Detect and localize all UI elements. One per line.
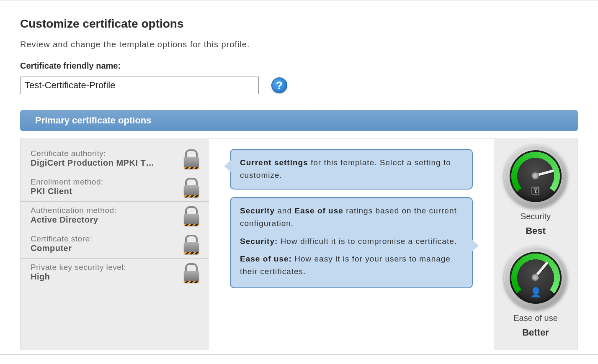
option-list: Certificate authority: DigiCert Producti… — [21, 139, 209, 350]
lock-icon — [184, 207, 199, 224]
option-enrollment-method[interactable]: Enrollment method: PKI Client — [21, 173, 209, 202]
ratings-panel: ⚿ Security Best 👤 Ease of use Better — [494, 139, 577, 350]
key-icon: ⚿ — [531, 185, 540, 196]
option-label: Private key security level: — [31, 263, 180, 272]
option-label: Authentication method: — [31, 206, 180, 215]
page-title: Customize certificate options — [20, 17, 578, 31]
callout-current-settings: Current settings for this template. Sele… — [230, 149, 473, 190]
friendly-name-label: Certificate friendly name: — [20, 61, 578, 71]
option-value: PKI Client — [31, 187, 180, 196]
option-value: Active Directory — [31, 215, 180, 225]
lock-icon — [184, 264, 199, 281]
user-icon: 👤 — [530, 287, 541, 298]
ease-gauge-rating: Better — [522, 327, 549, 338]
ease-gauge-label: Ease of use — [513, 313, 558, 323]
lock-icon — [184, 179, 199, 195]
security-gauge-label: Security — [521, 212, 551, 221]
lock-icon — [184, 236, 199, 252]
option-value: High — [31, 272, 180, 282]
lock-icon — [184, 150, 199, 167]
page-subtitle: Review and change the template options f… — [20, 40, 578, 49]
security-gauge: ⚿ — [504, 145, 567, 208]
ease-of-use-gauge: 👤 — [504, 246, 567, 309]
section-header-primary: Primary certificate options — [20, 110, 578, 131]
info-panel: Current settings for this template. Sele… — [209, 139, 494, 350]
option-label: Certificate store: — [31, 234, 180, 244]
security-gauge-rating: Best — [526, 226, 546, 236]
options-panel: Certificate authority: DigiCert Producti… — [20, 138, 578, 350]
option-certificate-authority[interactable]: Certificate authority: DigiCert Producti… — [21, 145, 209, 173]
option-authentication-method[interactable]: Authentication method: Active Directory — [21, 202, 209, 230]
friendly-name-input[interactable] — [20, 77, 259, 94]
option-value: Computer — [31, 244, 180, 253]
option-value: DigiCert Production MPKI T… — [31, 158, 180, 168]
option-label: Certificate authority: — [31, 149, 180, 158]
callout-ratings-explanation: Security and Ease of use ratings based o… — [230, 197, 473, 288]
help-icon[interactable]: ? — [271, 77, 287, 93]
option-label: Enrollment method: — [31, 177, 180, 187]
option-private-key-security[interactable]: Private key security level: High — [21, 259, 209, 287]
option-certificate-store[interactable]: Certificate store: Computer — [21, 230, 209, 259]
